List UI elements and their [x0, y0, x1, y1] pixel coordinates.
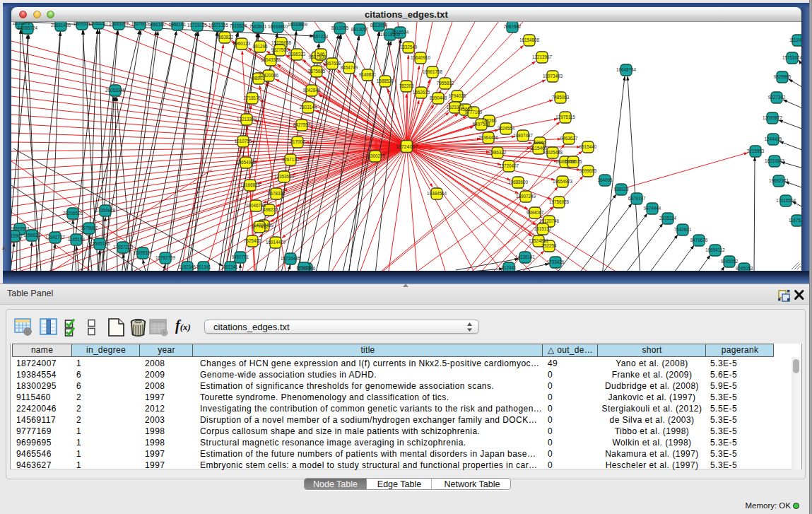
svg-text:19654985: 19654985	[236, 160, 257, 165]
svg-text:1192346: 1192346	[179, 264, 196, 269]
svg-text:15300275: 15300275	[365, 153, 386, 158]
svg-text:20691406: 20691406	[51, 23, 71, 28]
svg-text:9115460: 9115460	[530, 146, 548, 151]
svg-text:3915901: 3915901	[11, 233, 23, 238]
svg-text:10654112: 10654112	[705, 247, 725, 252]
svg-text:9227342: 9227342	[768, 95, 786, 100]
svg-text:8678332: 8678332	[268, 191, 286, 196]
svg-text:14055724: 14055724	[18, 25, 38, 30]
svg-text:1588520: 1588520	[377, 78, 394, 83]
svg-text:12942737: 12942737	[45, 235, 66, 240]
svg-text:16120746: 16120746	[539, 218, 560, 223]
svg-text:9474444: 9474444	[644, 206, 661, 211]
svg-text:8454749: 8454749	[341, 65, 358, 70]
svg-text:10973493: 10973493	[543, 74, 563, 78]
svg-text:20364456: 20364456	[478, 135, 499, 140]
svg-text:19166825: 19166825	[240, 182, 261, 187]
svg-text:1527602: 1527602	[131, 22, 149, 26]
svg-text:9463627: 9463627	[560, 136, 578, 141]
svg-text:16782759: 16782759	[155, 255, 176, 260]
svg-text:12353594: 12353594	[274, 174, 295, 179]
svg-text:1277412: 1277412	[251, 224, 269, 229]
svg-text:10688609: 10688609	[508, 180, 529, 185]
svg-text:1849575: 1849575	[565, 159, 582, 164]
svg-text:98901: 98901	[252, 76, 265, 81]
svg-text:1615132: 1615132	[534, 226, 552, 231]
svg-text:9699695: 9699695	[579, 168, 597, 173]
svg-text:13720407: 13720407	[499, 163, 519, 168]
svg-text:26203501: 26203501	[11, 226, 30, 231]
svg-text:1562615: 1562615	[413, 90, 430, 95]
svg-text:8471676: 8471676	[690, 238, 708, 243]
svg-text:7663822: 7663822	[216, 35, 234, 40]
svg-text:18907249: 18907249	[516, 194, 536, 199]
svg-text:2935114: 2935114	[659, 216, 677, 221]
svg-text:981341: 981341	[223, 264, 238, 269]
svg-text:20206526: 20206526	[63, 211, 83, 216]
svg-text:16914479: 16914479	[266, 240, 286, 245]
svg-text:1332549: 1332549	[400, 45, 418, 49]
svg-text:7986322: 7986322	[489, 150, 507, 155]
svg-text:9146821: 9146821	[359, 72, 377, 77]
svg-text:12975115: 12975115	[555, 115, 575, 119]
svg-text:7632621: 7632621	[674, 227, 692, 232]
svg-text:9245053: 9245053	[736, 266, 753, 271]
svg-text:12505135: 12505135	[90, 241, 110, 246]
svg-text:6966161: 6966161	[169, 22, 187, 27]
svg-text:17016504: 17016504	[776, 198, 796, 203]
svg-text:19692971: 19692971	[769, 178, 789, 183]
svg-text:1112483: 1112483	[789, 37, 801, 42]
svg-text:10653267: 10653267	[109, 22, 129, 26]
svg-text:16033809: 16033809	[288, 22, 308, 27]
svg-text:16671355: 16671355	[208, 23, 229, 28]
svg-text:7485063: 7485063	[552, 95, 570, 100]
svg-text:871004: 871004	[296, 265, 312, 270]
svg-text:3624554: 3624554	[498, 126, 515, 131]
svg-text:16543382: 16543382	[261, 57, 281, 62]
svg-text:10025488: 10025488	[543, 150, 563, 155]
svg-text:6966160: 6966160	[148, 22, 166, 27]
svg-text:7955812: 7955812	[437, 81, 454, 86]
svg-text:252254: 252254	[541, 243, 557, 248]
svg-text:8990448: 8990448	[430, 95, 447, 100]
svg-text:2867608: 2867608	[324, 61, 341, 66]
svg-text:6379197: 6379197	[628, 196, 646, 201]
svg-text:18724007: 18724007	[396, 144, 418, 149]
svg-text:9777169: 9777169	[465, 110, 483, 115]
svg-text:2718176: 2718176	[244, 95, 261, 100]
svg-text:20053346: 20053346	[105, 88, 126, 93]
svg-text:817004: 817004	[290, 139, 305, 144]
svg-text:546: 546	[317, 52, 325, 57]
svg-text:1244415: 1244415	[765, 136, 782, 141]
svg-text:12213967: 12213967	[532, 54, 553, 59]
svg-text:164095: 164095	[597, 177, 613, 182]
svg-text:3267130: 3267130	[282, 157, 300, 162]
svg-text:16154808: 16154808	[519, 37, 540, 42]
svg-text:16648784: 16648784	[616, 67, 637, 72]
svg-text:6497568: 6497568	[473, 122, 490, 127]
svg-text:1156829: 1156829	[23, 233, 41, 238]
svg-text:938923: 938923	[613, 187, 629, 192]
svg-text:8813055: 8813055	[331, 25, 349, 30]
svg-text:1145194: 1145194	[68, 237, 86, 242]
svg-text:7625402: 7625402	[244, 238, 261, 243]
svg-text:8427552: 8427552	[293, 122, 311, 127]
svg-text:17957223: 17957223	[113, 245, 134, 250]
svg-text:10719155: 10719155	[187, 23, 208, 28]
svg-text:7515524: 7515524	[230, 23, 247, 28]
svg-text:17359928: 17359928	[95, 208, 116, 213]
svg-text:3875685: 3875685	[308, 69, 326, 74]
svg-text:15751074: 15751074	[782, 55, 801, 60]
svg-text:13524851: 13524851	[529, 238, 549, 243]
svg-text:16961758: 16961758	[423, 69, 443, 74]
svg-text:1498222: 1498222	[261, 207, 278, 212]
svg-text:12213369: 12213369	[237, 117, 257, 122]
svg-text:7663821: 7663821	[249, 24, 267, 29]
svg-text:8186323: 8186323	[288, 52, 306, 57]
svg-text:9245052: 9245052	[721, 259, 739, 264]
svg-text:19384554: 19384554	[427, 191, 447, 196]
svg-text:6794028: 6794028	[449, 93, 466, 98]
svg-text:8813054: 8813054	[370, 23, 388, 28]
svg-text:19756928: 19756928	[549, 199, 570, 204]
svg-text:3215953: 3215953	[747, 148, 765, 153]
